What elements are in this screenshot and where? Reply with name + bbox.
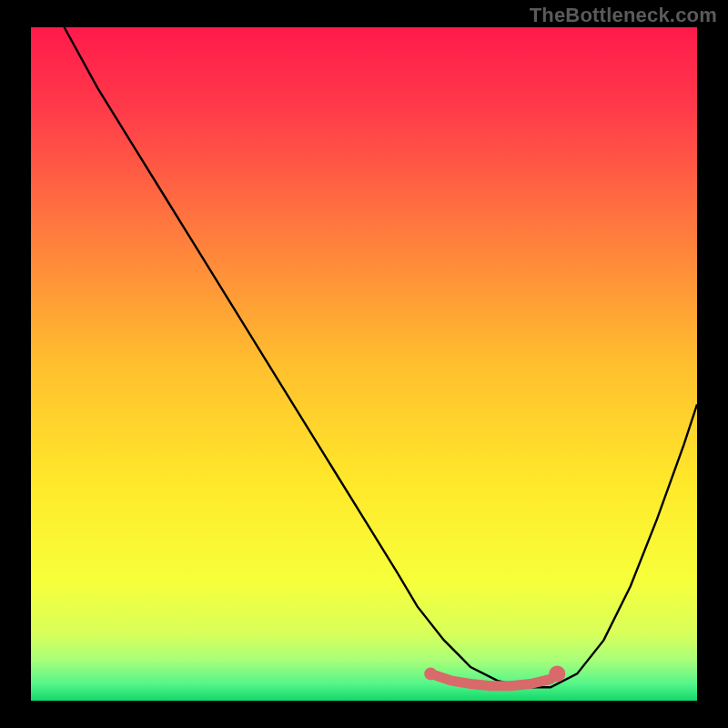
svg-point-1 (549, 665, 565, 682)
svg-point-0 (424, 667, 437, 680)
chart-frame: TheBottleneck.com (0, 0, 728, 728)
plot-area (31, 27, 697, 701)
gradient-background (31, 27, 697, 701)
bottleneck-chart (31, 27, 697, 701)
attribution-label: TheBottleneck.com (530, 4, 717, 27)
